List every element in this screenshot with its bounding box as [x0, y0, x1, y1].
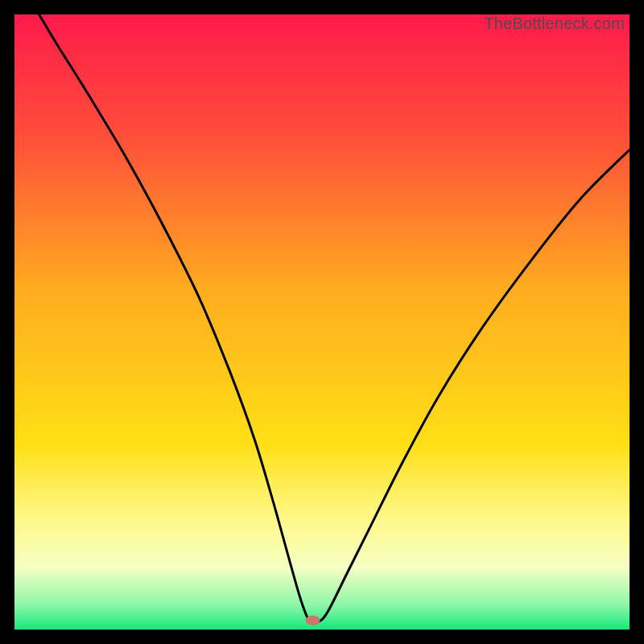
chart-frame: TheBottleneck.com: [14, 14, 630, 630]
gradient-background: [14, 14, 630, 630]
watermark-text: TheBottleneck.com: [484, 14, 625, 33]
bottleneck-chart: [14, 14, 630, 630]
optimum-marker: [306, 616, 320, 625]
